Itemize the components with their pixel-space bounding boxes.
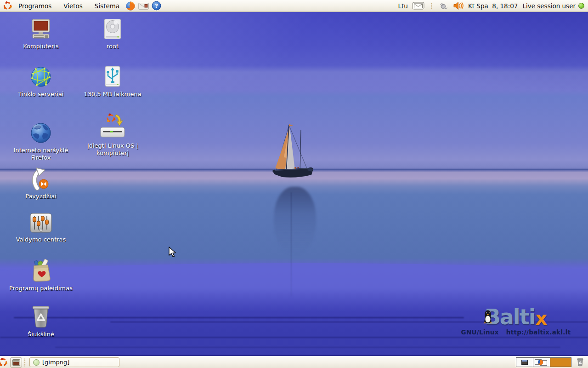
bottom-panel: [gimpng] — [0, 356, 588, 368]
logo-text-alti: alti — [500, 306, 535, 328]
show-desktop-button[interactable] — [10, 357, 22, 368]
desktop-icon-laikmena[interactable]: 130,5 MB laikmena — [78, 65, 147, 98]
svg-text:?: ? — [155, 2, 158, 9]
workspace-1[interactable] — [516, 358, 533, 367]
baltix-url-text: http://baltix.akl.lt — [506, 328, 571, 336]
gnu-linux-text: GNU/Linux — [461, 328, 499, 336]
desktop-screen: Programos Vietos Sistema ? — [0, 0, 588, 368]
workspace-3-active[interactable] — [550, 358, 571, 367]
taskbar-window-label: [gimpng] — [42, 359, 69, 366]
desktop-icon-label: Pavyzdžiai — [25, 193, 57, 200]
desktop-icon-label: Šiukšlinė — [28, 331, 54, 338]
desktop-icon-valdymo-centras[interactable]: Valdymo centras — [6, 213, 76, 243]
help-icon[interactable]: ? — [150, 0, 163, 12]
desktop-icon-install-linux[interactable]: Įdiegti Linux OS į kompiuterį — [78, 113, 147, 157]
firefox-icon[interactable] — [124, 0, 137, 12]
user-switcher[interactable]: Live session user — [522, 2, 576, 10]
mouse-cursor — [168, 247, 177, 258]
speaker-icon[interactable] — [452, 0, 465, 12]
trash-icon[interactable] — [575, 356, 585, 368]
mast-reflection — [291, 192, 292, 296]
desktop-icon-siuksline[interactable]: Šiukšlinė — [6, 305, 76, 338]
boat-reflection — [274, 187, 316, 256]
panel-handle — [430, 2, 433, 10]
earth-globe-icon — [29, 121, 52, 144]
mail-icon[interactable] — [137, 0, 150, 12]
system-tray: Ltu — [398, 0, 588, 12]
desktop-icon-label: Įdiegti Linux OS į kompiuterį — [80, 142, 145, 157]
usb-drive-icon — [102, 65, 123, 88]
top-panel: Programos Vietos Sistema ? — [0, 0, 588, 12]
menu-programos-label: Programos — [18, 2, 51, 10]
keyboard-layout-indicator[interactable]: Ltu — [398, 2, 408, 10]
desktop-icon-label: root — [107, 43, 119, 50]
sailboat — [269, 122, 319, 187]
desktop-icon-label: Interneto naršyklė Firefox — [8, 147, 74, 161]
show-desktop-icon — [12, 359, 20, 366]
menu-programos[interactable]: Programos — [14, 0, 56, 12]
install-drive-icon — [99, 113, 126, 140]
taskbar-window-button[interactable]: [gimpng] — [29, 357, 119, 367]
examples-link-icon — [29, 167, 52, 190]
water-streak — [0, 337, 588, 338]
network-globe-icon — [29, 65, 52, 88]
water-streak — [14, 317, 464, 318]
clock[interactable]: Kt Spa 8, 18:07 — [468, 2, 518, 10]
baltix-tagline: GNU/Linux http://baltix.akl.lt — [458, 328, 573, 336]
menu-sistema[interactable]: Sistema — [90, 0, 124, 12]
computer-icon — [30, 18, 52, 40]
baltix-branding: Baltix GNU/Linux http://baltix.akl.lt — [458, 303, 573, 336]
desktop-icon-kompiuteris[interactable]: Kompiuteris — [6, 18, 76, 50]
menu-vietos-label: Vietos — [63, 2, 83, 10]
firefox-mini-icon — [537, 359, 543, 365]
desktop-icon-label: Valdymo centras — [16, 236, 66, 243]
green-status-circle — [33, 359, 40, 366]
water-streak — [55, 347, 560, 348]
baltix-swirl-icon — [0, 0, 14, 12]
desktop-icon-label: Tinklo serveriai — [18, 91, 64, 98]
menu-vietos[interactable]: Vietos — [59, 0, 87, 12]
presence-status-icon[interactable] — [578, 3, 584, 9]
control-sliders-icon — [29, 213, 52, 234]
desktop-icon-programu-paleidimas[interactable]: Programų paleidimas — [6, 259, 76, 292]
baltix-swirl-icon — [0, 356, 9, 368]
workspace-2[interactable] — [533, 358, 550, 367]
desktop-icon-pavyzdziai[interactable]: Pavyzdžiai — [6, 167, 76, 200]
harddisk-icon — [102, 18, 123, 40]
desktop-wallpaper: Baltix GNU/Linux http://baltix.akl.lt Ko… — [0, 12, 588, 356]
penguin-icon — [482, 309, 493, 327]
desktop-icon-label: 130,5 MB laikmena — [84, 91, 141, 98]
plug-icon[interactable] — [437, 0, 449, 12]
window-thumbnail — [521, 360, 528, 365]
panel-handle — [23, 358, 27, 367]
baltix-logo: Baltix — [458, 303, 573, 328]
logo-text-x: x — [535, 309, 547, 328]
desktop-icon-label: Programų paleidimas — [9, 285, 73, 292]
desktop-icon-label: Kompiuteris — [23, 43, 58, 50]
trash-can-icon — [30, 305, 51, 328]
software-bag-icon — [30, 259, 52, 282]
desktop-icon-root[interactable]: root — [78, 18, 147, 50]
mail-envelope-icon[interactable] — [411, 0, 426, 12]
desktop-icon-firefox[interactable]: Interneto naršyklė Firefox — [6, 121, 76, 161]
desktop-icon-tinklo-serveriai[interactable]: Tinklo serveriai — [6, 65, 76, 98]
menu-sistema-label: Sistema — [95, 2, 119, 10]
workspace-switcher — [516, 357, 571, 367]
